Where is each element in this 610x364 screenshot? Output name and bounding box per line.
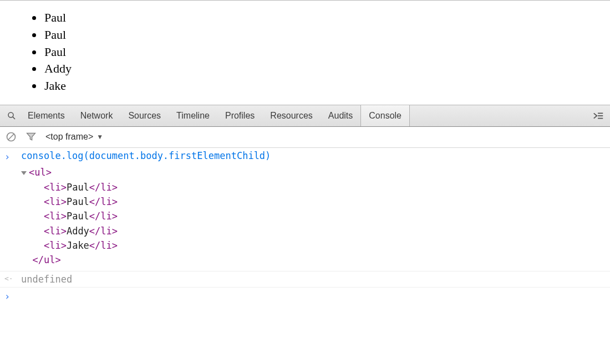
ul-close-tag: </ul> — [32, 254, 60, 265]
return-value: undefined — [21, 272, 604, 286]
console-result-row[interactable]: <ul> <li>Paul</li> <li>Paul</li> <li>Pau… — [0, 165, 610, 271]
disclosure-triangle-icon[interactable] — [21, 171, 27, 175]
list-item: Paul — [43, 27, 610, 44]
devtools-tabstrip: Elements Network Sources Timeline Profil… — [0, 105, 610, 127]
toggle-drawer-icon[interactable] — [590, 111, 607, 120]
ul-open-tag: <ul> — [29, 167, 52, 178]
list-item: Addy — [43, 60, 610, 78]
tab-audits[interactable]: Audits — [321, 105, 360, 126]
console-return-row: <· undefined — [0, 271, 610, 288]
list-item: Paul — [43, 44, 610, 61]
tab-profiles[interactable]: Profiles — [217, 105, 262, 126]
svg-point-0 — [8, 112, 13, 117]
chevron-down-icon: ▼ — [96, 133, 103, 141]
li-text: Paul — [67, 196, 89, 207]
tab-elements[interactable]: Elements — [20, 105, 73, 126]
prompt-in-icon: › — [4, 151, 10, 162]
li-text: Paul — [67, 182, 89, 193]
li-text: Addy — [67, 225, 89, 237]
page-preview: Paul Paul Paul Addy Jake — [0, 0, 610, 105]
logged-element-tree[interactable]: <ul> <li>Paul</li> <li>Paul</li> <li>Pau… — [21, 165, 604, 267]
li-text: Jake — [67, 240, 89, 251]
filter-icon[interactable] — [26, 131, 37, 142]
list-item: Paul — [43, 9, 610, 27]
rendered-list: Paul Paul Paul Addy Jake — [0, 9, 610, 95]
prompt-in-icon: › — [4, 291, 10, 302]
console-input-row: › console.log(document.body.firstElement… — [0, 148, 610, 165]
prompt-return-icon: <· — [4, 274, 13, 283]
svg-line-6 — [8, 134, 14, 140]
tab-network[interactable]: Network — [73, 105, 121, 126]
tab-sources[interactable]: Sources — [120, 105, 169, 126]
li-text: Paul — [67, 211, 89, 222]
console-prompt-row[interactable]: › — [0, 288, 610, 304]
frame-selector-label: <top frame> — [45, 132, 93, 142]
console-output: › console.log(document.body.firstElement… — [0, 148, 610, 304]
devtools-panel: Elements Network Sources Timeline Profil… — [0, 105, 610, 304]
list-item: Jake — [43, 78, 610, 95]
console-controls: <top frame> ▼ — [0, 127, 610, 148]
clear-console-icon[interactable] — [6, 131, 17, 142]
tab-timeline[interactable]: Timeline — [169, 105, 217, 126]
search-icon[interactable] — [3, 111, 20, 121]
frame-selector[interactable]: <top frame> ▼ — [45, 132, 103, 142]
tab-console[interactable]: Console — [360, 105, 410, 126]
tab-resources[interactable]: Resources — [262, 105, 320, 126]
console-command: console.log(document.body.firstElementCh… — [21, 148, 604, 163]
svg-line-1 — [13, 117, 15, 119]
